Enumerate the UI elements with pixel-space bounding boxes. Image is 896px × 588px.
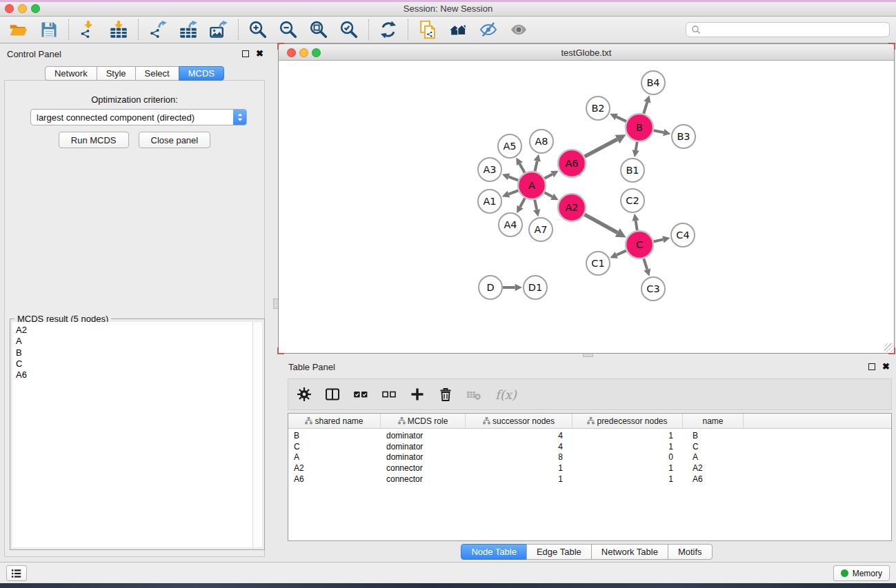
zoom-out-button[interactable] <box>275 17 301 42</box>
dropdown-stepper-icon[interactable] <box>233 110 246 125</box>
show-graphics-details-button[interactable] <box>506 17 532 42</box>
delete-table-button[interactable] <box>464 384 484 405</box>
column-header-shared-name[interactable]: shared name <box>288 414 381 428</box>
tab-motifs[interactable]: Motifs <box>668 544 713 560</box>
export-network-button[interactable] <box>145 17 171 42</box>
tab-node-table[interactable]: Node Table <box>461 544 527 560</box>
edge-A-A1[interactable] <box>502 190 519 197</box>
table-cell[interactable]: B <box>288 431 381 440</box>
node-C2[interactable]: C2 <box>621 189 644 212</box>
tab-select[interactable]: Select <box>135 66 179 81</box>
table-row[interactable]: Adominator80A <box>288 452 891 463</box>
network-window-titlebar[interactable]: testGlobe.txt <box>279 44 894 61</box>
optimization-criterion-select[interactable]: largest connected component (directed) <box>30 109 247 125</box>
table-cell[interactable]: 1 <box>573 474 683 484</box>
select-all-columns-button[interactable] <box>351 384 370 405</box>
table-cell[interactable]: C <box>288 442 381 452</box>
tab-mcds[interactable]: MCDS <box>179 66 224 81</box>
node-B[interactable]: B <box>626 114 653 141</box>
table-cell[interactable]: 1 <box>573 442 683 452</box>
network-graph[interactable]: A5A8A3A1A4A7AA6A2B2B4BB3B1C2C4CC1C3DD1 <box>279 61 894 353</box>
delete-columns-button[interactable] <box>436 384 455 405</box>
result-list-scrollbar[interactable] <box>252 322 262 547</box>
network-from-selection-button[interactable] <box>415 17 441 42</box>
table-cell[interactable]: 0 <box>573 452 683 462</box>
tab-network-table[interactable]: Network Table <box>591 544 668 560</box>
table-cell[interactable]: 4 <box>466 442 573 452</box>
search-box[interactable] <box>686 22 890 37</box>
table-row[interactable]: A6connector11A6 <box>288 474 891 485</box>
edge-C-C1[interactable] <box>610 251 626 258</box>
mcds-result-item[interactable]: A6 <box>12 369 252 381</box>
import-network-button[interactable] <box>75 17 101 42</box>
close-panel-icon[interactable]: ✖ <box>882 363 890 370</box>
edge-A-A7[interactable] <box>533 200 540 217</box>
hide-graphics-details-button[interactable] <box>475 17 501 42</box>
edge-B-B1[interactable] <box>633 142 639 158</box>
add-column-button[interactable] <box>408 384 427 405</box>
table-cell[interactable]: A2 <box>683 463 744 473</box>
table-cell[interactable]: 1 <box>573 431 683 440</box>
table-settings-button[interactable] <box>295 384 314 405</box>
table-cell[interactable]: A2 <box>288 463 381 473</box>
table-cell[interactable]: A6 <box>288 474 381 484</box>
mcds-result-item[interactable]: A2 <box>12 325 252 336</box>
node-C3[interactable]: C3 <box>641 277 665 301</box>
zoom-selected-button[interactable] <box>336 17 362 42</box>
unselect-all-columns-button[interactable] <box>379 384 399 405</box>
table-cell[interactable]: 1 <box>466 474 573 484</box>
edge-B-B4[interactable] <box>644 95 650 114</box>
tab-style[interactable]: Style <box>97 66 136 81</box>
memory-button[interactable]: Memory <box>833 565 890 581</box>
table-cell[interactable]: dominator <box>381 442 466 452</box>
mcds-result-list[interactable]: A2ABCA6 <box>12 322 252 547</box>
table-row[interactable]: A2connector11A2 <box>288 463 891 474</box>
tab-network[interactable]: Network <box>45 66 97 81</box>
mcds-result-item[interactable]: B <box>12 347 252 358</box>
export-table-button[interactable] <box>175 17 201 42</box>
node-C[interactable]: C <box>626 231 653 258</box>
run-mcds-button[interactable]: Run MCDS <box>59 132 129 148</box>
node-D[interactable]: D <box>479 276 502 299</box>
node-C1[interactable]: C1 <box>586 252 610 275</box>
table-row[interactable]: Cdominator41C <box>288 441 891 452</box>
zoom-fit-button[interactable] <box>306 17 332 42</box>
edge-A-A2[interactable] <box>544 192 558 200</box>
zoom-in-button[interactable] <box>245 17 271 42</box>
table-cell[interactable]: dominator <box>381 431 466 440</box>
edge-C-C2[interactable] <box>632 214 639 230</box>
node-A7[interactable]: A7 <box>529 218 552 241</box>
table-cell[interactable]: 8 <box>466 452 573 462</box>
close-panel-icon[interactable]: ✖ <box>256 50 263 57</box>
node-A1[interactable]: A1 <box>478 190 501 213</box>
table-cell[interactable]: 1 <box>466 463 573 473</box>
node-A[interactable]: A <box>518 172 546 199</box>
table-cell[interactable]: B <box>683 431 744 440</box>
table-cell[interactable]: 1 <box>573 463 683 473</box>
edge-A-A3[interactable] <box>502 174 519 181</box>
resize-grip-icon[interactable] <box>884 343 893 352</box>
table-cell[interactable]: connector <box>381 474 466 484</box>
node-B2[interactable]: B2 <box>586 97 610 120</box>
tab-edge-table[interactable]: Edge Table <box>526 544 592 560</box>
node-B3[interactable]: B3 <box>672 125 695 148</box>
table-cell[interactable]: A6 <box>683 474 744 484</box>
table-cell[interactable]: C <box>683 442 744 452</box>
edge-C-C3[interactable] <box>644 258 650 276</box>
node-A4[interactable]: A4 <box>499 213 522 236</box>
table-cell[interactable]: 4 <box>466 431 573 440</box>
table-cell[interactable]: A <box>288 452 381 462</box>
edge-B-B2[interactable] <box>610 114 626 121</box>
node-B4[interactable]: B4 <box>641 71 665 94</box>
network-canvas[interactable]: A5A8A3A1A4A7AA6A2B2B4BB3B1C2C4CC1C3DD1 <box>279 61 894 353</box>
edge-A-A4[interactable] <box>517 198 525 213</box>
float-panel-icon[interactable] <box>242 50 249 57</box>
edge-A-A5[interactable] <box>516 158 524 173</box>
node-A8[interactable]: A8 <box>530 130 553 153</box>
node-C4[interactable]: C4 <box>671 223 695 247</box>
import-table-button[interactable] <box>106 17 132 42</box>
column-header-predecessor-nodes[interactable]: predecessor nodes <box>573 414 683 428</box>
column-header-mcds-role[interactable]: MCDS role <box>381 414 466 428</box>
table-cell[interactable]: dominator <box>381 452 466 462</box>
function-builder-button[interactable]: f(x) <box>492 384 519 405</box>
